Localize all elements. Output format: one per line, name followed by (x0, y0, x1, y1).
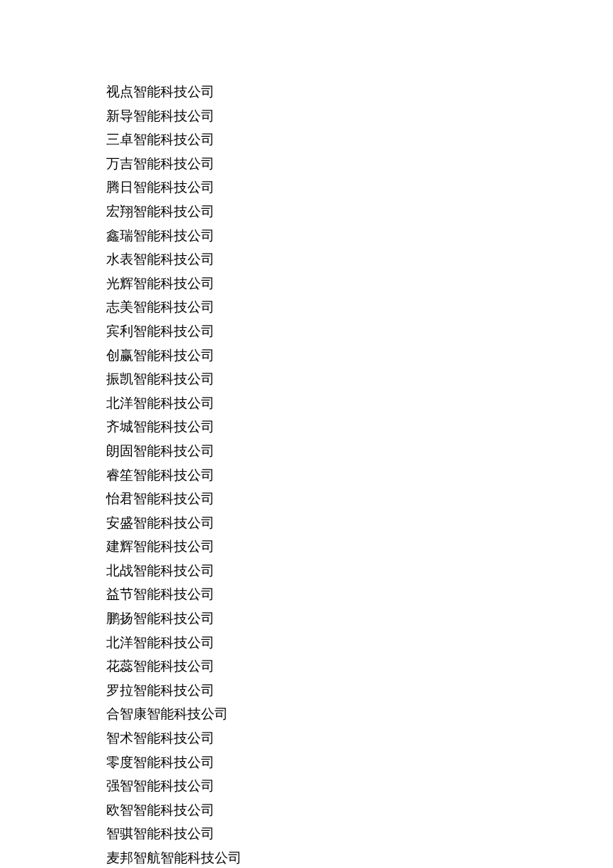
list-item: 鑫瑞智能科技公司 (106, 224, 613, 248)
list-item: 腾日智能科技公司 (106, 175, 613, 200)
list-item: 宾利智能科技公司 (106, 319, 613, 343)
list-item: 智骐智能科技公司 (106, 822, 613, 846)
list-item: 志美智能科技公司 (106, 295, 613, 319)
list-item: 创赢智能科技公司 (106, 343, 613, 368)
list-item: 齐城智能科技公司 (106, 415, 613, 439)
list-item: 麦邦智航智能科技公司 (106, 846, 613, 868)
list-item: 朗固智能科技公司 (106, 439, 613, 463)
list-item: 光辉智能科技公司 (106, 272, 613, 296)
list-item: 视点智能科技公司 (106, 80, 613, 104)
list-item: 安盛智能科技公司 (106, 511, 613, 535)
list-item: 新导智能科技公司 (106, 104, 613, 128)
list-item: 罗拉智能科技公司 (106, 678, 613, 703)
list-item: 零度智能科技公司 (106, 750, 613, 775)
list-item: 万吉智能科技公司 (106, 152, 613, 176)
list-item: 振凯智能科技公司 (106, 367, 613, 391)
list-item: 宏翔智能科技公司 (106, 200, 613, 224)
list-item: 北洋智能科技公司 (106, 631, 613, 655)
list-item: 建辉智能科技公司 (106, 534, 613, 559)
list-item: 强智智能科技公司 (106, 774, 613, 798)
list-item: 益节智能科技公司 (106, 582, 613, 606)
list-item: 北战智能科技公司 (106, 559, 613, 583)
list-item: 睿笙智能科技公司 (106, 463, 613, 487)
list-item: 鹏扬智能科技公司 (106, 606, 613, 631)
list-item: 三卓智能科技公司 (106, 128, 613, 152)
list-item: 花蕊智能科技公司 (106, 654, 613, 678)
list-item: 欧智智能科技公司 (106, 798, 613, 822)
list-item: 合智康智能科技公司 (106, 702, 613, 726)
list-item: 怡君智能科技公司 (106, 487, 613, 511)
list-item: 水表智能科技公司 (106, 247, 613, 272)
list-item: 智术智能科技公司 (106, 726, 613, 750)
list-item: 北洋智能科技公司 (106, 391, 613, 415)
company-list: 视点智能科技公司 新导智能科技公司 三卓智能科技公司 万吉智能科技公司 腾日智能… (0, 0, 613, 868)
